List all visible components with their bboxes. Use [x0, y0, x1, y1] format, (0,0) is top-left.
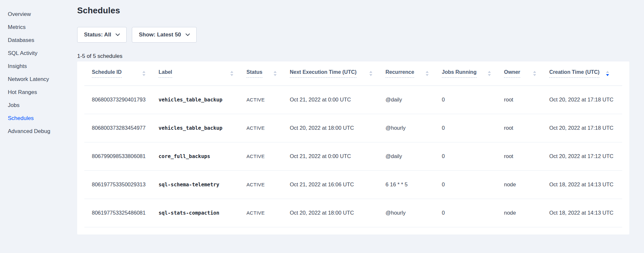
schedule-status-cell: ACTIVE — [246, 114, 290, 142]
column-header-label[interactable]: Label — [159, 61, 246, 86]
show-filter-dropdown[interactable]: Show: Latest 50 — [132, 27, 196, 43]
show-filter-label: Show: Latest 50 — [139, 32, 181, 38]
table-body: 806800373290401793 vehicles_table_backup… — [84, 86, 622, 227]
sort-arrows-icon[interactable] — [230, 71, 233, 76]
column-header-status[interactable]: Status — [246, 61, 290, 86]
sort-arrows-icon[interactable] — [369, 71, 372, 76]
sidebar-item-network-latency[interactable]: Network Latency — [0, 73, 77, 86]
next-execution-cell: Oct 21, 2022 at 0:00 UTC — [290, 86, 385, 114]
next-execution-cell: Oct 21, 2022 at 16:06 UTC — [290, 170, 385, 199]
schedule-status-cell: ACTIVE — [246, 170, 290, 199]
schedules-table-card: Schedule ID Label Status — [77, 61, 629, 234]
owner-cell: node — [504, 170, 549, 199]
sidebar-item-label: Jobs — [8, 102, 20, 108]
status-filter-dropdown[interactable]: Status: All — [77, 27, 127, 43]
table-header-row: Schedule ID Label Status — [84, 61, 622, 86]
sidebar-item-schedules[interactable]: Schedules — [0, 112, 77, 125]
owner-cell: root — [504, 86, 549, 114]
column-header-next-execution-time-utc[interactable]: Next Execution Time (UTC) — [290, 61, 385, 86]
recurrence-cell: @hourly — [385, 199, 442, 227]
schedule-status-cell: ACTIVE — [246, 86, 290, 114]
column-header-label: Next Execution Time (UTC) — [290, 69, 357, 78]
schedule-row: 806197753325486081 sql-stats-compaction … — [84, 199, 622, 227]
sidebar-item-jobs[interactable]: Jobs — [0, 99, 77, 112]
schedule-id-cell: 806197753350029313 — [84, 170, 159, 199]
column-header-label: Label — [159, 69, 172, 78]
main-content: Schedules Status: All Show: Latest 50 1-… — [77, 0, 644, 253]
sort-arrows-icon[interactable] — [142, 71, 146, 76]
sort-arrows-icon[interactable] — [488, 71, 491, 76]
sidebar-item-insights[interactable]: Insights — [0, 60, 77, 73]
sidebar-item-databases[interactable]: Databases — [0, 34, 77, 47]
column-header-owner[interactable]: Owner — [504, 61, 549, 86]
jobs-running-cell: 0 — [442, 114, 504, 142]
recurrence-cell: @daily — [385, 142, 442, 170]
sort-arrows-icon[interactable] — [533, 71, 536, 76]
recurrence-cell: 6 16 * * 5 — [385, 170, 442, 199]
column-header-jobs-running[interactable]: Jobs Running — [442, 61, 504, 86]
column-header-label: Status — [246, 69, 262, 78]
page-title: Schedules — [77, 5, 629, 16]
schedule-id-cell: 806800373290401793 — [84, 86, 159, 114]
creation-time-cell: Oct 18, 2022 at 14:13 UTC — [549, 199, 622, 227]
schedule-id-cell: 806800373283454977 — [84, 114, 159, 142]
next-execution-cell: Oct 20, 2022 at 18:00 UTC — [290, 199, 385, 227]
sidebar-item-label: Metrics — [8, 24, 26, 30]
schedule-id-cell: 806799098533806081 — [84, 142, 159, 170]
schedule-id-cell: 806197753325486081 — [84, 199, 159, 227]
schedule-label-cell: core_full_backups — [159, 142, 246, 170]
column-header-label: Schedule ID — [92, 69, 122, 78]
sidebar-item-label: Advanced Debug — [8, 128, 50, 134]
status-filter-label: Status: All — [84, 32, 111, 38]
schedule-row: 806799098533806081 core_full_backups ACT… — [84, 142, 622, 170]
creation-time-cell: Oct 20, 2022 at 17:18 UTC — [549, 86, 622, 114]
schedule-label-cell: sql-stats-compaction — [159, 199, 246, 227]
schedule-label-cell: vehicles_table_backup — [159, 86, 246, 114]
column-header-recurrence[interactable]: Recurrence — [385, 61, 442, 86]
chevron-down-icon — [116, 33, 120, 36]
sidebar-item-label: Network Latency — [8, 76, 49, 82]
owner-cell: node — [504, 199, 549, 227]
schedule-row: 806197753350029313 sql-schema-telemetry … — [84, 170, 622, 199]
sidebar-item-label: Hot Ranges — [8, 89, 37, 95]
sidebar-item-overview[interactable]: Overview — [0, 8, 77, 21]
column-header-label: Recurrence — [385, 69, 414, 78]
sidebar-item-advanced-debug[interactable]: Advanced Debug — [0, 125, 77, 138]
schedules-table: Schedule ID Label Status — [84, 61, 622, 227]
sort-arrows-icon[interactable] — [273, 71, 277, 76]
jobs-running-cell: 0 — [442, 199, 504, 227]
next-execution-cell: Oct 20, 2022 at 18:00 UTC — [290, 114, 385, 142]
jobs-running-cell: 0 — [442, 86, 504, 114]
results-count: 1-5 of 5 schedules — [77, 53, 629, 60]
sidebar-item-label: Overview — [8, 11, 31, 17]
recurrence-cell: @hourly — [385, 114, 442, 142]
schedule-label-cell: sql-schema-telemetry — [159, 170, 246, 199]
column-header-schedule-id[interactable]: Schedule ID — [84, 61, 159, 86]
creation-time-cell: Oct 20, 2022 at 17:18 UTC — [549, 114, 622, 142]
schedule-status-cell: ACTIVE — [246, 199, 290, 227]
creation-time-cell: Oct 20, 2022 at 17:12 UTC — [549, 142, 622, 170]
schedules-page: Overview Metrics Databases SQL Activity … — [0, 0, 644, 253]
table-header: Schedule ID Label Status — [84, 61, 622, 86]
column-header-label: Jobs Running — [442, 69, 477, 78]
sidebar-item-metrics[interactable]: Metrics — [0, 21, 77, 34]
creation-time-cell: Oct 18, 2022 at 14:13 UTC — [549, 170, 622, 199]
schedule-row: 806800373290401793 vehicles_table_backup… — [84, 86, 622, 114]
column-header-creation-time-utc[interactable]: Creation Time (UTC) — [549, 61, 622, 86]
sidebar-item-hot-ranges[interactable]: Hot Ranges — [0, 86, 77, 99]
jobs-running-cell: 0 — [442, 170, 504, 199]
column-header-label: Creation Time (UTC) — [549, 69, 599, 78]
filter-bar: Status: All Show: Latest 50 — [77, 27, 629, 43]
column-header-label: Owner — [504, 69, 520, 78]
recurrence-cell: @daily — [385, 86, 442, 114]
sort-arrows-icon[interactable] — [606, 71, 609, 76]
next-execution-cell: Oct 21, 2022 at 0:00 UTC — [290, 142, 385, 170]
jobs-running-cell: 0 — [442, 142, 504, 170]
chevron-down-icon — [186, 33, 190, 36]
schedule-row: 806800373283454977 vehicles_table_backup… — [84, 114, 622, 142]
sidebar-item-sql-activity[interactable]: SQL Activity — [0, 47, 77, 60]
sidebar: Overview Metrics Databases SQL Activity … — [0, 0, 77, 253]
owner-cell: root — [504, 142, 549, 170]
sort-arrows-icon[interactable] — [426, 71, 429, 76]
sidebar-item-label: Databases — [8, 37, 34, 43]
